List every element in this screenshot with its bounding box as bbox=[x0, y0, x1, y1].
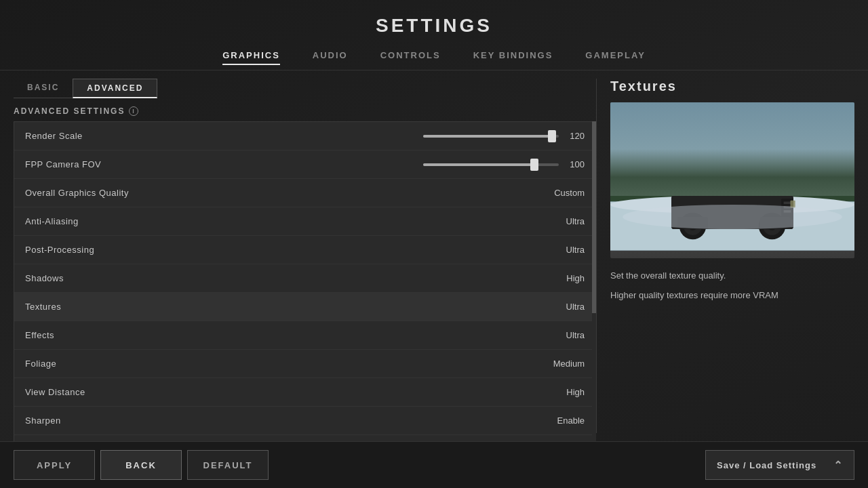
setting-control-textures[interactable]: Ultra bbox=[161, 302, 585, 312]
tab-audio[interactable]: AUDIO bbox=[313, 47, 348, 63]
section-title: ADVANCED SETTINGS i bbox=[14, 106, 596, 116]
header: SETTINGS bbox=[0, 0, 868, 42]
setting-row-overall-graphics-quality: Overall Graphics Quality Custom bbox=[14, 179, 595, 207]
setting-value-view-distance: High bbox=[530, 387, 585, 397]
slider-fill-fpp-camera-fov bbox=[423, 163, 534, 166]
setting-name-render-scale: Render Scale bbox=[25, 131, 161, 141]
panel-title: Textures bbox=[610, 79, 854, 94]
subtab-basic[interactable]: BASIC bbox=[14, 79, 73, 98]
slider-value-render-scale: 120 bbox=[564, 131, 585, 141]
bottom-bar: APPLY BACK DEFAULT Save / Load Settings … bbox=[0, 441, 868, 488]
tab-controls[interactable]: CONTROLS bbox=[380, 47, 441, 63]
slider-thumb-fpp-camera-fov[interactable] bbox=[530, 159, 538, 171]
setting-control-view-distance[interactable]: High bbox=[161, 387, 585, 397]
setting-name-sharpen: Sharpen bbox=[25, 415, 161, 426]
setting-row-textures: Textures Ultra bbox=[14, 293, 595, 321]
setting-row-vsync: V-Sync Disable bbox=[14, 435, 595, 441]
setting-name-anti-aliasing: Anti-Aliasing bbox=[25, 216, 161, 226]
tab-graphics[interactable]: GRAPHICS bbox=[222, 47, 280, 63]
setting-value-effects: Ultra bbox=[530, 330, 585, 340]
setting-name-foliage: Foliage bbox=[25, 359, 161, 369]
tab-gameplay[interactable]: GAMEPLAY bbox=[585, 47, 645, 63]
svg-point-30 bbox=[623, 205, 842, 229]
svg-rect-11 bbox=[784, 202, 791, 205]
slider-track-render-scale[interactable] bbox=[423, 135, 559, 138]
setting-row-anti-aliasing: Anti-Aliasing Ultra bbox=[14, 207, 595, 236]
setting-row-sharpen: Sharpen Enable bbox=[14, 407, 595, 435]
slider-value-fpp-camera-fov: 100 bbox=[564, 159, 585, 169]
setting-row-render-scale: Render Scale 120 bbox=[14, 122, 595, 150]
setting-control-overall-graphics-quality[interactable]: Custom bbox=[161, 188, 585, 198]
setting-control-anti-aliasing[interactable]: Ultra bbox=[161, 216, 585, 226]
setting-value-post-processing: Ultra bbox=[530, 245, 585, 255]
setting-value-sharpen: Enable bbox=[530, 415, 585, 426]
nav-tabs: GRAPHICS AUDIO CONTROLS KEY BINDINGS GAM… bbox=[0, 42, 868, 70]
chevron-up-icon: ⌃ bbox=[833, 459, 843, 472]
save-load-button[interactable]: Save / Load Settings ⌃ bbox=[705, 450, 854, 480]
setting-name-fpp-camera-fov: FPP Camera FOV bbox=[25, 159, 161, 169]
description-text-1: Set the overall texture quality. bbox=[610, 269, 854, 283]
mountains-bg bbox=[610, 149, 854, 196]
setting-name-effects: Effects bbox=[25, 330, 161, 340]
setting-row-foliage: Foliage Medium bbox=[14, 350, 595, 378]
setting-row-view-distance: View Distance High bbox=[14, 378, 595, 407]
setting-name-textures: Textures bbox=[25, 302, 161, 312]
scrollbar[interactable] bbox=[592, 121, 596, 441]
right-panel: Textures bbox=[597, 70, 868, 441]
sub-tabs: BASIC ADVANCED bbox=[14, 79, 596, 98]
setting-name-shadows: Shadows bbox=[25, 273, 161, 283]
setting-row-post-processing: Post-Processing Ultra bbox=[14, 236, 595, 264]
setting-value-shadows: High bbox=[530, 273, 585, 283]
setting-value-anti-aliasing: Ultra bbox=[530, 216, 585, 226]
setting-row-shadows: Shadows High bbox=[14, 264, 595, 293]
setting-row-fpp-camera-fov: FPP Camera FOV 100 bbox=[14, 150, 595, 179]
slider-track-fpp-camera-fov[interactable] bbox=[423, 163, 559, 166]
settings-list: Render Scale 120 FPP Camera FOV bbox=[14, 121, 596, 441]
setting-name-view-distance: View Distance bbox=[25, 387, 161, 397]
info-icon[interactable]: i bbox=[129, 106, 138, 116]
slider-fill-render-scale bbox=[423, 135, 552, 138]
left-panel: BASIC ADVANCED ADVANCED SETTINGS i Rende… bbox=[0, 70, 596, 441]
setting-row-effects: Effects Ultra bbox=[14, 321, 595, 350]
page-title: SETTINGS bbox=[0, 15, 868, 37]
preview-image bbox=[610, 102, 854, 258]
setting-value-foliage: Medium bbox=[530, 359, 585, 369]
save-load-label: Save / Load Settings bbox=[717, 460, 816, 470]
scrollbar-thumb[interactable] bbox=[592, 121, 596, 313]
slider-thumb-render-scale[interactable] bbox=[548, 130, 556, 142]
settings-list-wrapper: Render Scale 120 FPP Camera FOV bbox=[14, 121, 596, 441]
setting-value-textures: Ultra bbox=[530, 302, 585, 312]
setting-value-overall-graphics-quality: Custom bbox=[530, 188, 585, 198]
setting-control-sharpen[interactable]: Enable bbox=[161, 415, 585, 426]
setting-control-render-scale: 120 bbox=[161, 131, 585, 141]
default-button[interactable]: DEFAULT bbox=[187, 450, 269, 480]
setting-name-overall-graphics-quality: Overall Graphics Quality bbox=[25, 188, 161, 198]
setting-control-foliage[interactable]: Medium bbox=[161, 359, 585, 369]
description-text-2: Higher quality textures require more VRA… bbox=[610, 289, 854, 303]
setting-control-fpp-camera-fov: 100 bbox=[161, 159, 585, 169]
setting-control-post-processing[interactable]: Ultra bbox=[161, 245, 585, 255]
content-area: BASIC ADVANCED ADVANCED SETTINGS i Rende… bbox=[0, 70, 868, 441]
apply-button[interactable]: APPLY bbox=[14, 450, 95, 480]
setting-control-shadows[interactable]: High bbox=[161, 273, 585, 283]
setting-name-post-processing: Post-Processing bbox=[25, 245, 161, 255]
tab-keybindings[interactable]: KEY BINDINGS bbox=[473, 47, 553, 63]
back-button[interactable]: BACK bbox=[100, 450, 182, 480]
setting-control-effects[interactable]: Ultra bbox=[161, 330, 585, 340]
subtab-advanced[interactable]: ADVANCED bbox=[73, 79, 157, 98]
